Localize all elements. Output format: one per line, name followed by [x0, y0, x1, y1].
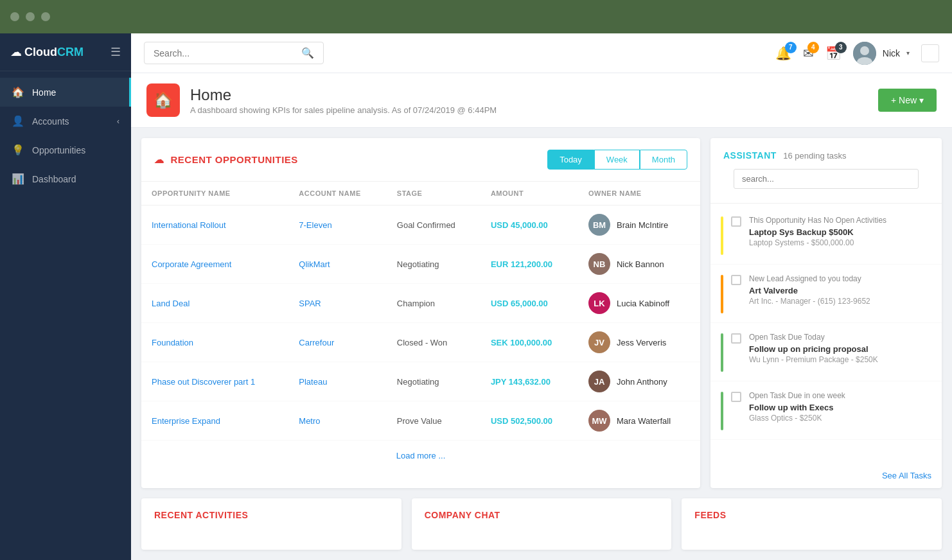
- main-content: 🔍 🔔 7 ✉ 4 📅 3: [131, 33, 952, 560]
- task-checkbox[interactable]: [731, 216, 741, 227]
- cell-amount: USD 65,000.00: [480, 284, 578, 323]
- opp-name-link[interactable]: Enterprise Expand: [152, 416, 220, 426]
- cell-owner: MW Mara Waterfall: [578, 401, 700, 441]
- cell-account-name: QlikMart: [288, 245, 387, 284]
- opp-title-text: RECENT OPPORTUNITIES: [171, 154, 298, 165]
- accounts-arrow-icon: ‹: [117, 117, 119, 126]
- task-checkbox[interactable]: [731, 333, 741, 344]
- task-desc: This Opportunity Has No Open Activities: [749, 215, 931, 226]
- search-input[interactable]: [154, 48, 296, 58]
- owner-cell: LK Lucia Kabinoff: [588, 292, 690, 314]
- sidebar: ☁ CloudCRM ☰ 🏠 Home 👤 Accounts ‹ 💡: [0, 33, 131, 560]
- task-checkbox[interactable]: [731, 275, 741, 285]
- task-meta: Wu Lynn - Premium Package - $250K: [749, 355, 931, 364]
- search-box[interactable]: 🔍: [144, 42, 324, 64]
- owner-cell: JA John Anthony: [588, 371, 690, 392]
- amount-value: USD 45,000.00: [491, 220, 548, 230]
- opp-name-link[interactable]: Foundation: [152, 338, 193, 347]
- account-name-link[interactable]: Carrefour: [299, 338, 334, 347]
- feeds-card: FEEDS: [682, 498, 942, 550]
- company-chat-card: COMPANY CHAT: [412, 498, 672, 550]
- minimize-btn[interactable]: [26, 12, 35, 21]
- cell-opp-name: Land Deal: [141, 284, 288, 323]
- sidebar-item-opportunities-label: Opportunities: [32, 145, 85, 155]
- see-all-tasks-link[interactable]: See All Tasks: [710, 463, 942, 488]
- cell-opp-name: Corporate Agreement: [141, 245, 288, 284]
- table-row: Land Deal SPAR Champion USD 65,000.00 LK…: [141, 284, 700, 323]
- account-name-link[interactable]: Metro: [299, 416, 320, 426]
- owner-name: Brain McIntire: [617, 220, 668, 230]
- opp-name-link[interactable]: International Rollout: [152, 220, 226, 230]
- cell-stage: Negotiating: [387, 362, 480, 401]
- page-header-left: 🏠 Home A dashboard showing KPIs for sale…: [146, 83, 497, 117]
- assistant-header: ASSISTANT 16 pending tasks: [710, 138, 942, 204]
- task-meta: Glass Optics - $250K: [749, 414, 931, 423]
- task-item: Open Task Due Today Follow up on pricing…: [710, 323, 942, 381]
- task-title: Follow up on pricing proposal: [749, 344, 931, 354]
- sidebar-item-dashboard[interactable]: 📊 Dashboard: [0, 164, 131, 193]
- owner-cell: JV Jess Ververis: [588, 331, 690, 353]
- filter-today-btn[interactable]: Today: [547, 150, 594, 170]
- sidebar-item-accounts-label: Accounts: [32, 116, 69, 127]
- new-button[interactable]: + New ▾: [878, 89, 937, 112]
- close-btn[interactable]: [10, 12, 19, 21]
- notifications-btn[interactable]: 🔔 7: [775, 46, 791, 61]
- assistant-search-input[interactable]: [734, 169, 919, 189]
- sidebar-item-home[interactable]: 🏠 Home: [0, 78, 131, 107]
- cell-amount: USD 502,500.00: [480, 401, 578, 441]
- content-grid: ☁ RECENT OPPORTUNITIES Today Week Month: [131, 128, 952, 498]
- opp-name-link[interactable]: Phase out Discoverer part 1: [152, 377, 255, 387]
- mail-btn[interactable]: ✉ 4: [803, 46, 814, 61]
- calendar-btn[interactable]: 📅 3: [825, 46, 842, 61]
- load-more-link[interactable]: Load more ...: [141, 441, 700, 471]
- search-icon: 🔍: [301, 47, 314, 59]
- owner-name: Lucia Kabinoff: [617, 299, 669, 308]
- owner-avatar: JV: [588, 331, 610, 353]
- owner-avatar: JA: [588, 371, 610, 392]
- filter-month-btn[interactable]: Month: [640, 150, 687, 170]
- col-account-name: ACCOUNT NAME: [288, 182, 387, 206]
- task-list: This Opportunity Has No Open Activities …: [710, 204, 942, 463]
- cell-owner: NB Nick Bannon: [578, 245, 700, 284]
- filter-buttons: Today Week Month: [547, 150, 687, 170]
- maximize-btn[interactable]: [41, 12, 50, 21]
- task-content: Open Task Due Today Follow up on pricing…: [749, 332, 931, 364]
- calendar-badge: 3: [835, 42, 847, 53]
- task-meta: Laptop Systems - $500,000.00: [749, 238, 931, 247]
- cloud-icon: ☁: [10, 45, 22, 59]
- task-desc: New Lead Assigned to you today: [749, 274, 931, 284]
- account-name-link[interactable]: Plateau: [299, 377, 327, 387]
- filter-week-btn[interactable]: Week: [594, 150, 640, 170]
- sidebar-item-opportunities[interactable]: 💡 Opportunities: [0, 136, 131, 164]
- opportunities-icon: 💡: [12, 144, 24, 156]
- amount-value: EUR 121,200.00: [491, 259, 552, 269]
- task-checkbox[interactable]: [731, 392, 741, 402]
- account-name-link[interactable]: SPAR: [299, 299, 321, 308]
- amount-value: SEK 100,000.00: [491, 338, 552, 347]
- cell-account-name: SPAR: [288, 284, 387, 323]
- opp-name-link[interactable]: Land Deal: [152, 299, 190, 308]
- svg-point-1: [860, 46, 869, 55]
- cell-amount: SEK 100,000.00: [480, 323, 578, 362]
- page-title-group: Home A dashboard showing KPIs for sales …: [190, 86, 497, 115]
- user-menu[interactable]: Nick ▾: [853, 42, 910, 65]
- sidebar-item-accounts[interactable]: 👤 Accounts ‹: [0, 107, 131, 136]
- task-item: Open Task Due in one week Follow up with…: [710, 381, 942, 440]
- hamburger-icon[interactable]: ☰: [110, 45, 121, 59]
- cell-account-name: Metro: [288, 401, 387, 441]
- task-item: New Lead Assigned to you today Art Valve…: [710, 265, 942, 323]
- logo-text: CloudCRM: [24, 46, 84, 59]
- accounts-icon: 👤: [12, 115, 24, 127]
- task-indicator: [721, 333, 723, 372]
- owner-name: Nick Bannon: [617, 259, 664, 269]
- cell-opp-name: Foundation: [141, 323, 288, 362]
- opp-header: ☁ RECENT OPPORTUNITIES Today Week Month: [141, 138, 700, 182]
- col-opp-name: OPPORTUNITY NAME: [141, 182, 288, 206]
- task-meta: Art Inc. - Manager - (615) 123-9652: [749, 297, 931, 306]
- topbar-square-btn[interactable]: [921, 44, 939, 62]
- cell-stage: Prove Value: [387, 401, 480, 441]
- account-name-link[interactable]: QlikMart: [299, 259, 330, 269]
- opp-name-link[interactable]: Corporate Agreement: [152, 259, 231, 269]
- page-title: Home: [190, 86, 497, 104]
- account-name-link[interactable]: 7-Eleven: [299, 220, 331, 230]
